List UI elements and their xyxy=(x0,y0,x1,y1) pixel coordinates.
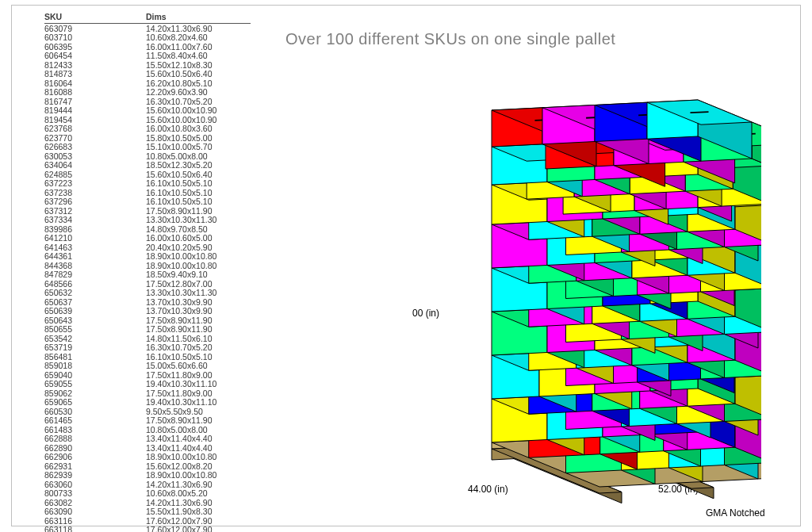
table-row: 85065517.50x8.90x11.90 xyxy=(44,325,251,335)
table-row: 65905519.40x10.30x11.10 xyxy=(44,380,251,389)
cell-dims: 13.30x10.30x11.30 xyxy=(146,216,251,225)
cell-dims: 18.90x10.00x10.80 xyxy=(146,252,251,262)
table-header-row: SKU Dims xyxy=(44,13,251,24)
cell-sku: 606454 xyxy=(44,52,146,61)
cell-dims: 18.90x10.00x10.80 xyxy=(146,453,251,462)
svg-line-279 xyxy=(690,112,708,113)
table-row: 63729616.10x10.50x5.10 xyxy=(44,197,251,207)
cell-sku: 637296 xyxy=(44,197,146,207)
cell-sku: 814873 xyxy=(44,70,146,79)
cell-sku: 637334 xyxy=(44,216,146,225)
cell-dims: 19.40x10.30x11.10 xyxy=(146,398,251,408)
cell-sku: 623768 xyxy=(44,124,146,134)
cell-dims: 16.00x10.60x5.00 xyxy=(146,234,251,243)
cell-dims: 15.60x10.00x10.90 xyxy=(146,106,251,116)
table-row: 63722316.10x10.50x5.10 xyxy=(44,179,251,189)
cell-sku: 650639 xyxy=(44,307,146,316)
table-row: 81608812.20x9.60x3.90 xyxy=(44,88,251,98)
cell-dims: 12.20x9.60x3.90 xyxy=(146,88,251,98)
cell-sku: 653719 xyxy=(44,343,146,353)
table-row: 85901815.00x5.60x6.60 xyxy=(44,362,251,371)
cell-dims: 17.60x12.00x7.90 xyxy=(146,526,251,532)
sku-dims-table: SKU Dims 66307914.20x11.30x6.9060371010.… xyxy=(44,13,251,532)
cell-dims: 15.60x10.50x6.40 xyxy=(146,70,251,79)
cell-sku: 847829 xyxy=(44,270,146,280)
cell-sku: 662906 xyxy=(44,453,146,462)
cell-dims: 16.10x10.50x5.10 xyxy=(146,197,251,207)
pallet-visualization: 00 (in) 44.00 (in) 52.00 (in) GMA Notche… xyxy=(412,63,761,507)
table-row: 64121016.00x10.60x5.00 xyxy=(44,234,251,243)
table-row: 80073310.60x8.00x5.20 xyxy=(44,489,251,499)
table-row: 65906519.40x10.30x11.10 xyxy=(44,398,251,408)
table-row: 86293918.90x10.00x10.80 xyxy=(44,471,251,480)
cell-sku: 859018 xyxy=(44,362,146,371)
cell-sku: 644361 xyxy=(44,252,146,262)
cell-sku: 663118 xyxy=(44,526,146,532)
table-row: 84782918.50x9.40x9.10 xyxy=(44,270,251,280)
table-row: 60645411.50x8.40x4.60 xyxy=(44,52,251,61)
table-row: 66311817.60x12.00x7.90 xyxy=(44,526,251,532)
cell-sku: 659065 xyxy=(44,398,146,408)
table-row: 81487315.60x10.50x6.40 xyxy=(44,70,251,79)
cell-dims: 19.40x10.30x11.10 xyxy=(146,380,251,389)
cell-sku: 819444 xyxy=(44,106,146,116)
table-row: 64436118.90x10.00x10.80 xyxy=(44,252,251,262)
cell-dims: 18.90x10.00x10.80 xyxy=(146,471,251,480)
table-row: 66288813.40x11.40x4.40 xyxy=(44,434,251,444)
table-row: 66146517.50x8.90x11.90 xyxy=(44,416,251,426)
cell-sku: 650632 xyxy=(44,289,146,298)
cell-dims: 18.50x9.40x9.10 xyxy=(146,270,251,280)
cell-dims: 13.30x10.30x11.30 xyxy=(146,289,251,298)
cell-sku: 862939 xyxy=(44,471,146,480)
cell-sku: 659055 xyxy=(44,380,146,389)
cell-dims: 15.10x10.00x5.70 xyxy=(146,143,251,152)
cell-sku: 850655 xyxy=(44,325,146,335)
cell-dims: 11.50x8.40x4.60 xyxy=(146,52,251,61)
cell-dims: 17.50x8.90x11.90 xyxy=(146,416,251,426)
table-row: 81944415.60x10.00x10.90 xyxy=(44,106,251,116)
table-row: 63406418.50x12.30x5.20 xyxy=(44,161,251,170)
table-row: 62376816.00x10.80x3.60 xyxy=(44,124,251,134)
cell-dims: 16.00x10.80x3.60 xyxy=(146,124,251,134)
cell-sku: 626683 xyxy=(44,143,146,152)
cell-dims: 10.60x8.00x5.20 xyxy=(146,489,251,499)
cell-dims: 16.30x10.70x5.20 xyxy=(146,343,251,353)
cell-dims: 18.50x12.30x5.20 xyxy=(146,161,251,170)
table-row: 65371916.30x10.70x5.20 xyxy=(44,343,251,353)
cell-sku: 663090 xyxy=(44,507,146,517)
pallet-3d-svg xyxy=(444,63,761,507)
cell-sku: 603710 xyxy=(44,33,146,43)
cell-dims: 15.00x5.60x6.60 xyxy=(146,362,251,371)
cell-dims: 13.70x10.30x9.90 xyxy=(146,307,251,316)
table-row: 63733413.30x10.30x11.30 xyxy=(44,216,251,225)
cell-sku: 661465 xyxy=(44,416,146,426)
cell-sku: 800733 xyxy=(44,489,146,499)
table-row: 65063913.70x10.30x9.90 xyxy=(44,307,251,316)
cell-dims: 13.40x11.40x4.40 xyxy=(146,434,251,444)
col-header-sku: SKU xyxy=(44,13,146,22)
cell-sku: 816088 xyxy=(44,88,146,98)
cell-sku: 641210 xyxy=(44,234,146,243)
cell-dims: 15.50x11.90x8.30 xyxy=(146,507,251,517)
pallet-type-label: GMA Notched xyxy=(706,507,765,519)
col-header-dims: Dims xyxy=(146,13,251,22)
cell-dims: 10.60x8.20x4.60 xyxy=(146,33,251,43)
table-row: 66290618.90x10.00x10.80 xyxy=(44,453,251,462)
table-row: 62668315.10x10.00x5.70 xyxy=(44,143,251,152)
cell-sku: 634064 xyxy=(44,161,146,170)
cell-sku: 637223 xyxy=(44,179,146,189)
table-row: 60371010.60x8.20x4.60 xyxy=(44,33,251,43)
table-row: 66309015.50x11.90x8.30 xyxy=(44,507,251,517)
cell-sku: 662888 xyxy=(44,434,146,444)
headline-caption: Over 100 different SKUs on one single pa… xyxy=(285,30,615,48)
cell-dims: 17.50x8.90x11.90 xyxy=(146,325,251,335)
table-body: 66307914.20x11.30x6.9060371010.60x8.20x4… xyxy=(44,25,251,533)
cell-dims: 16.10x10.50x5.10 xyxy=(146,179,251,189)
table-row: 65063213.30x10.30x11.30 xyxy=(44,289,251,298)
axis-label-height: 00 (in) xyxy=(412,308,439,319)
